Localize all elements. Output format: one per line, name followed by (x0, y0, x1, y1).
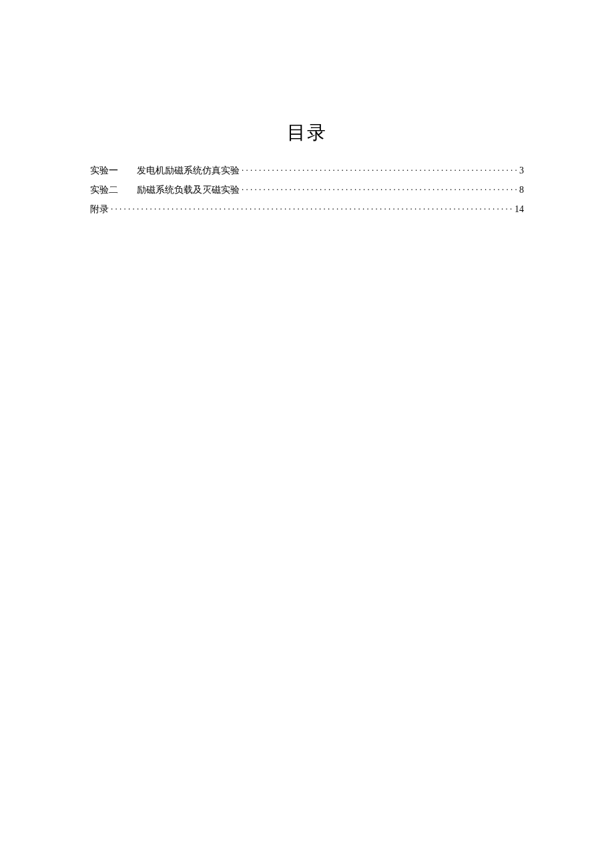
toc-entry: 实验一 发电机励磁系统仿真实验 3 (90, 164, 524, 177)
toc-title: 目录 (90, 120, 524, 145)
toc-entry-label: 实验二 (90, 184, 118, 196)
toc-dot-leader (242, 183, 517, 193)
toc-entry-page: 8 (519, 185, 524, 195)
toc-entry-desc: 励磁系统负载及灭磁实验 (137, 184, 240, 196)
toc-entry: 附录 14 (90, 203, 524, 215)
toc-entry-desc: 发电机励磁系统仿真实验 (137, 165, 240, 177)
toc-entry-label: 附录 (90, 203, 109, 215)
toc-dot-leader (111, 203, 513, 212)
toc-entry: 实验二 励磁系统负载及灭磁实验 8 (90, 183, 524, 196)
toc-dot-leader (242, 164, 517, 173)
toc-entry-page: 14 (515, 204, 524, 215)
document-page: 目录 实验一 发电机励磁系统仿真实验 3 实验二 励磁系统负载及灭磁实验 8 附… (0, 0, 614, 215)
toc-entry-page: 3 (519, 165, 524, 176)
table-of-contents: 实验一 发电机励磁系统仿真实验 3 实验二 励磁系统负载及灭磁实验 8 附录 1… (90, 164, 524, 215)
toc-entry-label: 实验一 (90, 165, 118, 177)
